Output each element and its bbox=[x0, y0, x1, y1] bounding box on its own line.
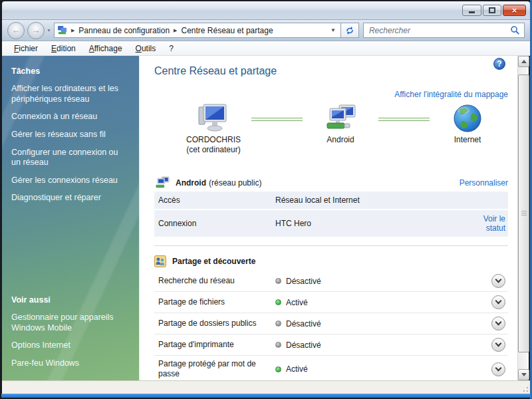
search-box[interactable] bbox=[363, 23, 525, 38]
map-node-network[interactable]: Android bbox=[300, 104, 381, 145]
arrow-down-icon bbox=[521, 373, 527, 376]
sidebar-item-diagnose-repair[interactable]: Diagnostiquer et réparer bbox=[11, 193, 128, 203]
sharing-rows: Recherche du réseau Désactivé Partage de… bbox=[154, 271, 508, 380]
expand-chevron-button[interactable] bbox=[491, 295, 505, 309]
network-section-header: Android (réseau public) Personnaliser bbox=[154, 174, 508, 192]
access-value: Réseau local et Internet bbox=[275, 196, 505, 205]
help-icon[interactable]: ? bbox=[493, 58, 505, 70]
see-also-header: Voir aussi bbox=[11, 295, 128, 305]
map-node-label: Android bbox=[327, 135, 354, 145]
chevron-down-icon bbox=[495, 340, 502, 347]
scroll-up-button[interactable] bbox=[518, 56, 529, 67]
menu-affichage[interactable]: Affichage bbox=[82, 43, 129, 55]
menu-edition[interactable]: Edition bbox=[45, 43, 82, 55]
access-row: Accès Réseau local et Internet bbox=[154, 192, 508, 209]
search-icon[interactable] bbox=[510, 25, 520, 35]
section-divider bbox=[154, 245, 508, 246]
sidebar-item-setup-connection[interactable]: Configurer une connexion ou un réseau bbox=[11, 148, 128, 168]
breadcrumb-network-center[interactable]: Centre Réseau et partage bbox=[182, 26, 273, 35]
sidebar-item-windows-firewall[interactable]: Pare-feu Windows bbox=[11, 358, 128, 369]
forward-button[interactable]: → bbox=[27, 22, 45, 39]
expand-chevron-button[interactable] bbox=[491, 274, 505, 288]
tasks-header: Tâches bbox=[11, 66, 128, 76]
address-dropdown-icon[interactable]: ▼ bbox=[329, 27, 338, 33]
expand-chevron-button[interactable] bbox=[491, 362, 505, 376]
back-button[interactable]: ← bbox=[7, 22, 25, 39]
menu-help[interactable]: ? bbox=[162, 43, 180, 55]
connection-label: Connexion bbox=[158, 219, 275, 228]
navigation-toolbar: ← → ▼ ▶ Panneau de configuration ▶ Centr… bbox=[2, 20, 530, 41]
refresh-icon bbox=[345, 26, 354, 35]
page-title: Centre Réseau et partage bbox=[154, 65, 508, 77]
title-bar[interactable]: × bbox=[2, 1, 530, 20]
sidebar-item-windows-mobile[interactable]: Gestionnaire pour appareils Windows Mobi… bbox=[11, 313, 128, 333]
chevron-down-icon bbox=[495, 277, 502, 283]
map-node-computer[interactable]: CORDOCHRIS (cet ordinateur) bbox=[173, 104, 254, 155]
status-dot bbox=[275, 342, 281, 348]
sharing-section-header: Partage et découverte bbox=[154, 253, 508, 269]
status-dot bbox=[275, 366, 281, 372]
refresh-button[interactable] bbox=[341, 23, 359, 38]
network-name: Android bbox=[176, 178, 206, 188]
main-content: ? Centre Réseau et partage Afficher l'in… bbox=[140, 56, 517, 380]
view-full-map-link[interactable]: Afficher l'intégralité du mappage bbox=[394, 90, 508, 99]
customize-link[interactable]: Personnaliser bbox=[460, 178, 508, 188]
sharing-section-title: Partage et découverte bbox=[172, 257, 255, 266]
view-status-link[interactable]: Voir le statut bbox=[468, 214, 505, 233]
map-node-label: Internet bbox=[454, 135, 481, 145]
sidebar-item-view-computers[interactable]: Afficher les ordinateurs et les périphér… bbox=[11, 84, 128, 104]
sidebar-item-manage-wireless[interactable]: Gérer les réseaux sans fil bbox=[11, 130, 128, 140]
close-button[interactable]: × bbox=[503, 5, 526, 16]
connection-row: Connexion HTC Hero Voir le statut bbox=[154, 210, 508, 237]
map-node-internet[interactable]: Internet bbox=[427, 104, 508, 145]
chevron-down-icon bbox=[495, 298, 502, 305]
map-node-label: CORDOCHRIS (cet ordinateur) bbox=[186, 135, 241, 155]
control-panel-icon bbox=[57, 25, 67, 35]
sharing-row-file-sharing: Partage de fichiers Activé bbox=[154, 291, 508, 313]
sharing-row-password-protected: Partage protégé par mot de passe Activé bbox=[154, 355, 508, 380]
connection-value: HTC Hero bbox=[275, 219, 468, 228]
access-label: Accès bbox=[158, 196, 275, 205]
map-connector bbox=[251, 118, 303, 121]
map-connector bbox=[378, 118, 430, 121]
network-icon bbox=[323, 104, 358, 133]
expand-chevron-button[interactable] bbox=[491, 338, 505, 352]
resize-grip[interactable] bbox=[521, 384, 529, 392]
breadcrumb-control-panel[interactable]: Panneau de configuration bbox=[78, 26, 170, 35]
menu-fichier[interactable]: Fichier bbox=[7, 43, 45, 55]
sidebar-item-internet-options[interactable]: Options Internet bbox=[11, 340, 128, 351]
address-bar[interactable]: ▶ Panneau de configuration ▶ Centre Rése… bbox=[54, 23, 341, 38]
globe-icon bbox=[453, 104, 482, 133]
chevron-down-icon bbox=[495, 364, 502, 371]
menu-outils[interactable]: Outils bbox=[129, 43, 163, 55]
window-bottom-border bbox=[1, 394, 531, 398]
scroll-down-button[interactable] bbox=[518, 369, 529, 380]
sharing-people-icon bbox=[154, 255, 166, 267]
minimize-button[interactable] bbox=[462, 5, 481, 16]
search-input[interactable] bbox=[368, 25, 510, 36]
back-arrow-icon: ← bbox=[12, 26, 21, 35]
menu-bar: Fichier Edition Affichage Outils ? bbox=[2, 41, 530, 56]
network-sharing-center-window: × ← → ▼ ▶ Panneau de configuration ▶ Cen… bbox=[0, 0, 532, 399]
computer-icon bbox=[197, 104, 230, 133]
sidebar-item-connect-network[interactable]: Connexion à un réseau bbox=[11, 112, 128, 122]
network-kind: (réseau public) bbox=[209, 178, 261, 188]
sharing-row-printer: Partage d'imprimante Désactivé bbox=[154, 334, 508, 355]
breadcrumb-arrow-icon: ▶ bbox=[71, 28, 74, 33]
expand-chevron-button[interactable] bbox=[491, 317, 505, 331]
recent-pages-dropdown[interactable]: ▼ bbox=[47, 28, 51, 33]
sharing-row-public-folder: Partage de dossiers publics Désactivé bbox=[154, 313, 508, 334]
status-dot bbox=[275, 299, 281, 305]
scrollbar-grip-icon bbox=[521, 211, 527, 215]
vertical-scrollbar[interactable] bbox=[517, 56, 529, 380]
forward-arrow-icon: → bbox=[32, 26, 41, 35]
chevron-down-icon bbox=[495, 319, 502, 326]
sharing-row-network-discovery: Recherche du réseau Désactivé bbox=[154, 271, 508, 291]
arrow-up-icon bbox=[521, 60, 527, 63]
status-bar bbox=[2, 380, 530, 394]
sidebar-item-manage-connections[interactable]: Gérer les connexions réseau bbox=[11, 176, 128, 186]
scrollbar-thumb[interactable] bbox=[518, 74, 529, 352]
maximize-icon bbox=[489, 7, 495, 13]
maximize-button[interactable] bbox=[483, 5, 501, 16]
status-dot bbox=[275, 321, 281, 327]
